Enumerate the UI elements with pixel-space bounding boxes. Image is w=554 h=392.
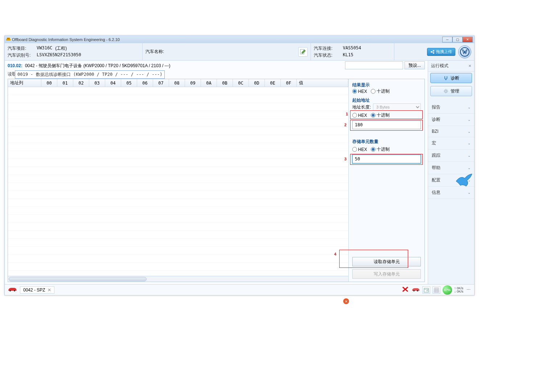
upload-label: 拖拽上传 (436, 49, 452, 54)
svg-point-9 (14, 290, 15, 291)
bottom-tab[interactable]: 0042 - SPZ ✕ (20, 286, 54, 294)
app-window: Offboard Diagnostic Information System E… (4, 36, 475, 295)
project-value: VW316C (37, 45, 52, 52)
annotation-2: 2 (344, 123, 346, 127)
read-label: 读取 0019 - 数据总线诊断接口 (KWP2000 / TP20 / ---… (8, 71, 425, 77)
svg-point-11 (417, 290, 418, 291)
close-tab-icon[interactable]: ✕ (48, 287, 51, 293)
svg-rect-1 (7, 38, 10, 39)
status-grid-icon[interactable] (432, 286, 440, 294)
vin-value: LSVXZ65N2F2153050 (37, 52, 81, 58)
nav-item-bzi[interactable]: BZI⌄ (428, 126, 474, 137)
memory-table: 地址列 00 01 02 03 04 05 06 07 08 09 0A 0B … (8, 79, 348, 282)
close-button[interactable] (463, 37, 473, 42)
col-0F[interactable]: 0F (281, 79, 297, 87)
state-label: 汽车状态: (314, 52, 340, 58)
table-body[interactable] (8, 87, 348, 276)
col-02[interactable]: 02 (73, 79, 89, 87)
bird-overlay-icon (455, 173, 473, 189)
collapse-icon[interactable]: ✕ (468, 64, 471, 68)
right-nav-sidebar: 运行模式 ✕ 诊断 管理 报告⌄ 诊断⌄ BZI⌄ 宏⌄ 跟踪⌄ 帮助⌄ 配置⌄… (428, 61, 474, 284)
floating-warning-icon[interactable]: ✕ (343, 298, 349, 304)
col-05[interactable]: 05 (121, 79, 137, 87)
content-area: 010.02: 0042 - 驾驶员侧车门电子设备 (KWP2000 / TP2… (5, 61, 474, 284)
car-icon (8, 286, 17, 293)
col-06[interactable]: 06 (137, 79, 153, 87)
controls-panel: 结果显示 HEX 十进制 起始地址 地址长度: 3 Bytes (348, 79, 424, 282)
vw-logo-icon (458, 45, 471, 58)
start-address-title: 起始地址 (352, 97, 421, 103)
status-car-icon[interactable] (411, 286, 420, 293)
col-00[interactable]: 00 (41, 79, 57, 87)
network-rate: ↑ 0K/s ↓ 0K/s (454, 287, 463, 293)
window-buttons (442, 37, 473, 42)
write-memory-button: 写入存储单元 (352, 269, 421, 279)
annotation-4: 4 (334, 252, 336, 256)
col-0D[interactable]: 0D (249, 79, 265, 87)
svg-point-10 (413, 290, 415, 291)
svg-point-8 (9, 290, 11, 291)
vin-label: 汽车识别号: (8, 52, 34, 58)
col-08[interactable]: 08 (169, 79, 185, 87)
annotation-3: 3 (344, 157, 346, 161)
conn-value: VAS5054 (343, 45, 361, 52)
nav-item-diagnosis[interactable]: 诊断⌄ (428, 114, 474, 126)
window-title: Offboard Diagnostic Information System E… (12, 37, 120, 42)
vehicle-name-label: 汽车名称: (145, 49, 164, 55)
col-09[interactable]: 09 (185, 79, 201, 87)
col-04[interactable]: 04 (105, 79, 121, 87)
preset-combo[interactable] (345, 61, 403, 69)
nav-item-help[interactable]: 帮助⌄ (428, 162, 474, 174)
nav-diagnosis-button[interactable]: 诊断 (430, 73, 472, 83)
result-hex-radio[interactable]: HEX (352, 89, 367, 94)
horizontal-scrollbar[interactable] (8, 276, 348, 282)
col-03[interactable]: 03 (89, 79, 105, 87)
svg-point-6 (460, 48, 469, 56)
addr-length-select[interactable]: 3 Bytes (373, 103, 421, 111)
col-0A[interactable]: 0A (201, 79, 217, 87)
minimize-button[interactable] (442, 37, 452, 42)
count-hex-radio[interactable]: HEX (352, 147, 367, 152)
col-value[interactable]: 值 (297, 79, 348, 87)
svg-point-7 (445, 90, 447, 92)
status-menu-icon[interactable]: ⋯ (465, 286, 471, 294)
col-0B[interactable]: 0B (217, 79, 233, 87)
addr-length-label: 地址长度: (352, 104, 371, 110)
edit-vehicle-name-button[interactable] (298, 47, 308, 57)
state-value: KL15 (343, 52, 353, 58)
status-error-icon[interactable] (401, 286, 409, 294)
maximize-button[interactable] (452, 37, 463, 42)
col-address[interactable]: 地址列 (8, 79, 41, 87)
col-0E[interactable]: 0E (265, 79, 281, 87)
cell-count-title: 存储单元数量 (352, 139, 421, 145)
annotation-1: 1 (346, 112, 348, 116)
bottom-bar: 0042 - SPZ ✕ 67% ↑ 0K/s ↓ 0K/s ⋯ (5, 284, 474, 295)
conn-label: 汽车连接: (314, 45, 340, 52)
nav-manage-button[interactable]: 管理 (430, 86, 472, 96)
count-dec-radio[interactable]: 十进制 (371, 146, 390, 152)
col-01[interactable]: 01 (57, 79, 73, 87)
preset-button[interactable]: 预设... (405, 61, 425, 69)
result-display-title: 结果显示 (352, 82, 421, 88)
diagnostic-interface-overlay: 0019 - 数据总线诊断接口 (KWP2000 / TP20 / --- / … (15, 70, 165, 79)
run-mode-title: 运行模式 (431, 63, 448, 69)
nav-item-macro[interactable]: 宏⌄ (428, 137, 474, 150)
project-suffix: (工程) (55, 45, 67, 52)
status-calendar-icon[interactable] (422, 286, 430, 294)
col-07[interactable]: 07 (153, 79, 169, 87)
header-infobar: 汽车项目: VW316C (工程) 汽车识别号: LSVXZ65N2F21530… (5, 43, 474, 61)
app-icon (6, 37, 11, 42)
title-bar[interactable]: Offboard Diagnostic Information System E… (5, 36, 474, 43)
col-0C[interactable]: 0C (233, 79, 249, 87)
upload-button[interactable]: 拖拽上传 (427, 48, 455, 56)
nav-item-trace[interactable]: 跟踪⌄ (428, 150, 474, 162)
result-dec-radio[interactable]: 十进制 (371, 88, 390, 94)
project-label: 汽车项目: (8, 45, 34, 52)
status-percent-badge[interactable]: 67% (443, 285, 452, 295)
nav-item-report[interactable]: 报告⌄ (428, 101, 474, 114)
